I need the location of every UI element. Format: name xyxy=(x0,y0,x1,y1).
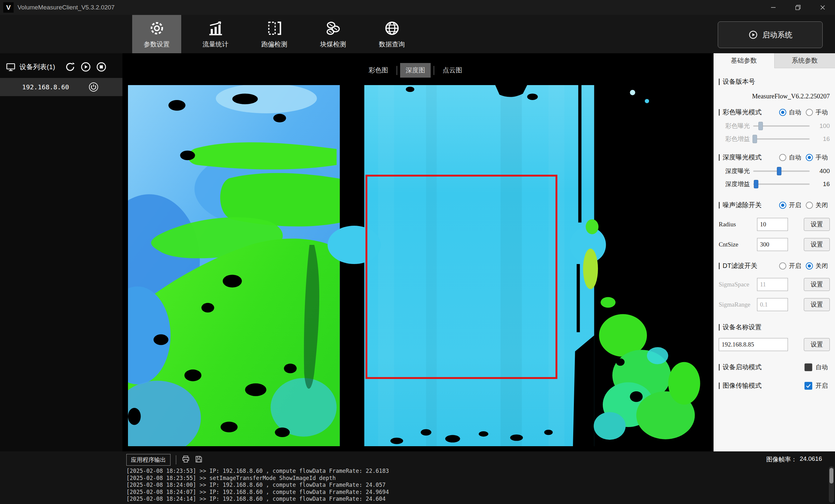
minimize-button[interactable] xyxy=(761,0,786,15)
depth-image xyxy=(128,85,703,446)
refresh-icon xyxy=(64,61,76,73)
tab-system-params[interactable]: 系统参数 xyxy=(774,53,835,68)
start-mode-group: 自动 xyxy=(805,363,830,371)
toolbar-item-flow-stats[interactable]: 流量统计 xyxy=(191,15,240,53)
play-circle-icon xyxy=(80,61,91,73)
dt-filter-row: DT滤波开关 开启 关闭 xyxy=(719,261,830,270)
tab-basic-params[interactable]: 基础参数 xyxy=(714,53,774,68)
stop-device-button[interactable] xyxy=(96,61,107,73)
refresh-devices-button[interactable] xyxy=(64,61,76,73)
cntsize-set-button[interactable]: 设置 xyxy=(804,238,830,251)
device-row[interactable]: 192.168.8.60 xyxy=(0,78,122,96)
color-auto-radio[interactable] xyxy=(779,109,786,116)
device-name-input[interactable]: 192.168.8.85 xyxy=(719,338,788,351)
color-gain-label: 彩色增益 xyxy=(719,135,750,143)
stop-circle-icon xyxy=(96,61,107,73)
radius-row: Radius 10 设置 xyxy=(719,218,830,231)
log-scrollbar-thumb[interactable] xyxy=(830,468,833,484)
depth-gain-slider[interactable] xyxy=(753,183,810,185)
device-ip: 192.168.8.60 xyxy=(22,83,69,91)
radius-set-button[interactable]: 设置 xyxy=(804,218,830,231)
restore-button[interactable] xyxy=(786,0,810,15)
depth-gain-label: 深度增益 xyxy=(719,180,750,188)
transfer-mode-checkbox[interactable] xyxy=(805,382,812,390)
color-exposure-label: 彩色曝光 xyxy=(719,122,750,130)
cntsize-row: CntSize 300 设置 xyxy=(719,238,830,251)
parameter-tabs: 基础参数 系统参数 xyxy=(714,53,835,68)
noise-on-radio[interactable] xyxy=(779,202,786,209)
log-icons xyxy=(182,455,203,465)
depth-exposure-value: 400 xyxy=(813,167,830,175)
cntsize-input[interactable]: 300 xyxy=(757,238,788,251)
color-gain-value: 16 xyxy=(813,136,830,143)
parameter-panel: 基础参数 系统参数 设备版本号 MeasureFlow_V6.2.2.25020… xyxy=(714,53,835,451)
play-circle-icon xyxy=(748,30,758,40)
cntsize-label: CntSize xyxy=(719,241,757,248)
tab-depth-image[interactable]: 深度图 xyxy=(400,63,431,78)
toolbar-item-label: 参数设置 xyxy=(144,40,170,49)
device-name-set-button[interactable]: 设置 xyxy=(804,338,830,351)
save-log-button[interactable] xyxy=(195,455,203,465)
start-device-button[interactable] xyxy=(80,61,91,73)
dt-filter-group: 开启 关闭 xyxy=(779,262,830,270)
color-manual-radio[interactable] xyxy=(806,109,813,116)
tab-separator xyxy=(433,66,434,75)
noise-off-label: 关闭 xyxy=(815,201,828,209)
color-gain-slider[interactable] xyxy=(753,138,810,140)
noise-off-radio[interactable] xyxy=(806,202,813,209)
start-mode-checkbox[interactable] xyxy=(805,363,812,371)
depth-auto-radio[interactable] xyxy=(779,154,786,161)
device-name-title: 设备名称设置 xyxy=(719,323,830,331)
slider-handle[interactable] xyxy=(754,180,758,188)
restore-icon xyxy=(794,4,801,11)
depth-exposure-mode-group: 自动 手动 xyxy=(779,153,830,162)
check-icon xyxy=(806,383,811,389)
color-exposure-mode-row: 彩色曝光模式 自动 手动 xyxy=(719,108,830,117)
sigmarange-input[interactable]: 0.1 xyxy=(757,298,788,311)
depth-manual-radio[interactable] xyxy=(806,154,813,161)
toolbar-item-data-query[interactable]: 数据查询 xyxy=(367,15,416,53)
log-line: [2025-02-08 18:24:00] >> IP: 192.168.8.6… xyxy=(126,482,389,489)
gear-icon xyxy=(148,20,165,37)
app-output-tab[interactable]: 应用程序输出 xyxy=(126,454,170,466)
deviation-icon xyxy=(266,20,283,37)
log-line: [2025-02-08 18:24:07] >> IP: 192.168.8.6… xyxy=(126,489,389,496)
log-area: 应用程序输出 图像帧率： 24.0616 [2025-02-08 18:23:5… xyxy=(0,451,835,504)
log-line: [2025-02-08 18:23:53] >> IP: 192.168.8.6… xyxy=(126,468,389,475)
slider-handle[interactable] xyxy=(777,167,781,175)
sigmarange-set-button[interactable]: 设置 xyxy=(804,298,830,311)
close-icon xyxy=(819,4,826,11)
image-mode-tabs: 彩色图 深度图 点云图 xyxy=(128,63,703,78)
print-log-button[interactable] xyxy=(182,455,190,465)
start-system-button[interactable]: 启动系统 xyxy=(718,21,823,48)
log-scrollbar[interactable] xyxy=(829,466,834,503)
sigmaspace-set-button[interactable]: 设置 xyxy=(804,278,830,291)
device-power-button[interactable] xyxy=(88,81,99,93)
depth-exposure-slider[interactable] xyxy=(753,170,810,172)
log-separator xyxy=(176,455,176,464)
toolbar-item-coal-detect[interactable]: 块煤检测 xyxy=(308,15,358,53)
slider-handle[interactable] xyxy=(753,135,757,143)
tab-pointcloud-image[interactable]: 点云图 xyxy=(437,63,468,78)
tab-color-image[interactable]: 彩色图 xyxy=(363,63,394,78)
device-list-icon xyxy=(5,61,16,73)
sigmaspace-input[interactable]: 11 xyxy=(757,278,788,291)
depth-image-viewport[interactable] xyxy=(128,85,703,446)
noise-filter-title: 噪声滤除开关 xyxy=(719,201,761,209)
transfer-mode-row: 图像传输模式 开启 xyxy=(719,381,830,390)
close-button[interactable] xyxy=(810,0,835,15)
dt-on-radio[interactable] xyxy=(779,262,786,269)
color-exposure-slider-row: 彩色曝光 100 xyxy=(719,122,830,130)
color-exposure-slider[interactable] xyxy=(753,125,810,127)
depth-exposure-label: 深度曝光 xyxy=(719,167,750,175)
start-mode-label: 自动 xyxy=(815,363,828,371)
log-lines: [2025-02-08 18:23:53] >> IP: 192.168.8.6… xyxy=(126,468,389,503)
slider-handle[interactable] xyxy=(758,122,763,130)
dt-off-radio[interactable] xyxy=(806,262,813,269)
transfer-mode-title: 图像传输模式 xyxy=(719,381,761,390)
device-list-title: 设备列表(1) xyxy=(20,62,55,72)
radius-input[interactable]: 10 xyxy=(757,218,788,231)
toolbar-item-deviation-detect[interactable]: 跑偏检测 xyxy=(250,15,299,53)
minimize-icon xyxy=(770,4,777,11)
toolbar-item-param-settings[interactable]: 参数设置 xyxy=(132,15,181,53)
